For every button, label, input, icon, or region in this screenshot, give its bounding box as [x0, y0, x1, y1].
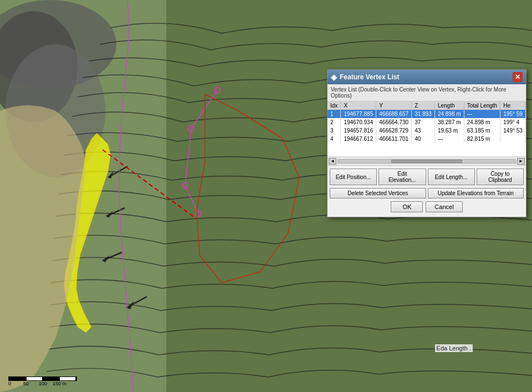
cell-3-5: 82.815 m [464, 135, 500, 143]
cell-1-6: 199° 4 [500, 118, 526, 126]
cell-3-4: --- [434, 135, 464, 143]
cell-0-5: --- [464, 110, 500, 118]
table-row[interactable]: 1194677.885466688.65731.89324.898 m---19… [328, 110, 526, 118]
dialog-subtitle: Vertex List (Double-Click to Center View… [328, 84, 526, 101]
cell-1-3: 37 [412, 118, 435, 126]
scroll-track[interactable] [337, 159, 516, 164]
vertex-table-container[interactable]: Idx X Y Z Length Total Length He 1194677… [328, 101, 526, 157]
table-row[interactable]: 3194657.816466628.7294319.63 m63.185 m14… [328, 126, 526, 135]
cell-0-1: 194677.885 [341, 110, 376, 118]
cell-1-5: 24.898 m [464, 118, 500, 126]
update-elevations-button[interactable]: Update Elevations from Terrain [428, 188, 524, 198]
cell-2-5: 63.185 m [464, 126, 500, 135]
col-total-length: Total Length [464, 101, 500, 110]
table-row[interactable]: 2194670.934466664.7303738.287 m24.898 m1… [328, 118, 526, 126]
vertex-table: Idx X Y Z Length Total Length He 1194677… [328, 101, 526, 143]
feature-vertex-dialog: ◈ Feature Vertex List ✕ Vertex List (Dou… [327, 69, 526, 217]
dialog-icon: ◈ [331, 73, 337, 82]
edit-position-button[interactable]: Edit Position... [330, 169, 377, 185]
edit-length-button[interactable]: Edit Length... [428, 169, 475, 185]
svg-text:50: 50 [23, 381, 29, 386]
svg-text:100: 100 [39, 381, 47, 386]
ok-button[interactable]: OK [391, 201, 423, 212]
table-header-row: Idx X Y Z Length Total Length He [328, 101, 526, 110]
vertex-table-body: 1194677.885466688.65731.89324.898 m---19… [328, 110, 526, 143]
cell-3-6 [500, 135, 526, 143]
cancel-button[interactable]: Cancel [426, 201, 462, 212]
cell-0-0: 1 [328, 110, 341, 118]
scale-bar [8, 376, 77, 381]
cell-3-2: 466611.701 [376, 135, 412, 143]
table-row[interactable]: 4194667.612466611.70140---82.815 m [328, 135, 526, 143]
col-z: Z [412, 101, 435, 110]
eda-length-label: Eda Length . [435, 344, 473, 352]
cell-0-3: 31.893 [412, 110, 435, 118]
cell-0-4: 24.898 m [434, 110, 464, 118]
scroll-thumb[interactable] [391, 160, 462, 163]
cell-2-0: 3 [328, 126, 341, 135]
cell-2-1: 194657.816 [341, 126, 376, 135]
edit-elevation-button[interactable]: Edit Elevation... [378, 169, 426, 185]
col-he: He [500, 101, 526, 110]
horizontal-scrollbar[interactable]: ◄ ► [328, 157, 526, 166]
scroll-right-button[interactable]: ► [517, 158, 525, 165]
cell-0-2: 466688.657 [376, 110, 412, 118]
col-y: Y [376, 101, 412, 110]
cell-1-0: 2 [328, 118, 341, 126]
svg-text:150 m: 150 m [53, 381, 66, 386]
cell-1-2: 466664.730 [376, 118, 412, 126]
col-x: X [341, 101, 376, 110]
buttons-row-1: Edit Position... Edit Elevation... Edit … [328, 166, 526, 188]
cell-2-3: 43 [412, 126, 435, 135]
cell-2-2: 466628.729 [376, 126, 412, 135]
cell-2-4: 19.63 m [434, 126, 464, 135]
svg-text:0: 0 [8, 381, 11, 386]
cell-2-6: 149° 53 [500, 126, 526, 135]
dialog-close-button[interactable]: ✕ [513, 72, 523, 82]
delete-vertices-button[interactable]: Delete Selected Vertices [330, 188, 426, 198]
col-idx: Idx [328, 101, 341, 110]
cell-3-3: 40 [412, 135, 435, 143]
dialog-titlebar: ◈ Feature Vertex List ✕ [328, 70, 526, 84]
cell-1-4: 38.287 m [434, 118, 464, 126]
cell-3-0: 4 [328, 135, 341, 143]
cell-0-6: 195° 59 [500, 110, 526, 118]
cell-3-1: 194667.612 [341, 135, 376, 143]
cell-1-1: 194670.934 [341, 118, 376, 126]
buttons-row-3: OK Cancel [328, 201, 526, 217]
scroll-left-button[interactable]: ◄ [329, 158, 336, 165]
buttons-row-2: Delete Selected Vertices Update Elevatio… [328, 188, 526, 201]
col-length: Length [434, 101, 464, 110]
dialog-title: Feature Vertex List [340, 73, 399, 81]
copy-clipboard-button[interactable]: Copy to Clipboard [477, 169, 524, 185]
